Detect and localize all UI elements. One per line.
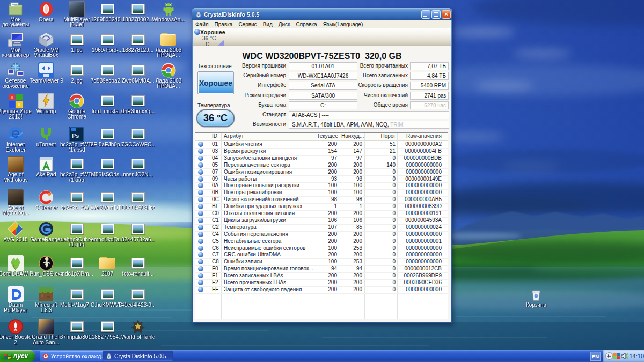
svg-text:Ps: Ps: [72, 132, 79, 139]
